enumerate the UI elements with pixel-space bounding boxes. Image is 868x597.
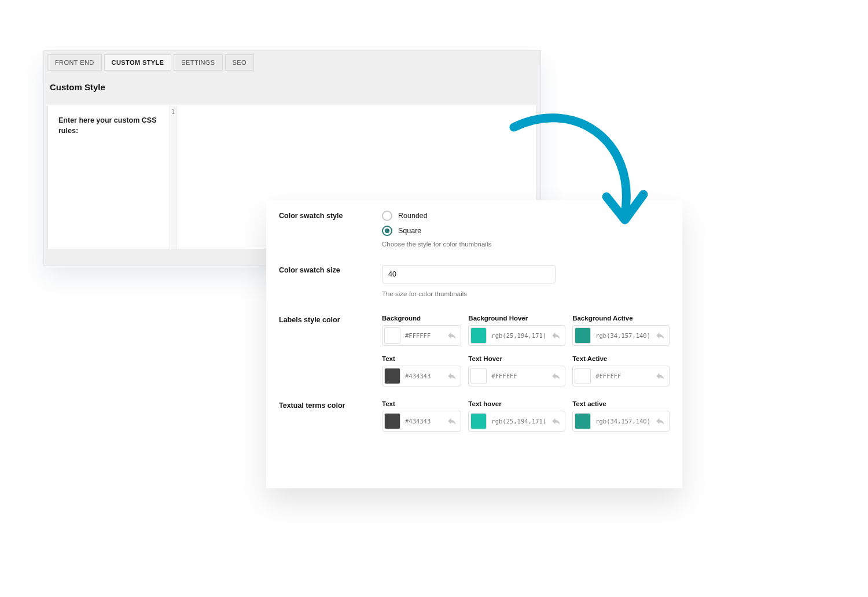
labels-cell: Text Hover#FFFFFF: [468, 355, 565, 386]
tab-front-end[interactable]: FRONT END: [47, 54, 102, 71]
color-value[interactable]: #434343: [405, 418, 442, 425]
swatch-style-help: Choose the style for color thumbnails: [382, 241, 670, 248]
color-value[interactable]: rgb(25,194,171): [491, 332, 546, 339]
tab-custom-style[interactable]: CUSTOM STYLE: [104, 54, 172, 71]
color-swatch[interactable]: [384, 368, 400, 384]
css-rules-label: Enter here your custom CSS rules:: [48, 105, 170, 249]
textual-color-values: Text#434343Text hoverrgb(25,194,171)Text…: [382, 400, 670, 432]
row-swatch-style: Color swatch style Rounded Square Choose…: [279, 211, 670, 248]
reset-icon[interactable]: [447, 330, 457, 341]
row-labels-color: Labels style color Background#FFFFFFBack…: [279, 315, 670, 386]
radio-square[interactable]: Square: [382, 226, 670, 236]
radio-rounded[interactable]: Rounded: [382, 211, 670, 221]
css-editor-gutter[interactable]: 1: [170, 105, 177, 249]
labels-color-input[interactable]: #FFFFFF: [382, 325, 461, 346]
labels-cell-label: Background Hover: [468, 315, 565, 322]
labels-cell-label: Background: [382, 315, 461, 322]
color-swatch[interactable]: [575, 413, 591, 429]
color-value[interactable]: rgb(25,194,171): [491, 418, 546, 425]
color-value[interactable]: #FFFFFF: [491, 373, 546, 379]
tab-seo[interactable]: SEO: [225, 54, 254, 71]
labels-cell-label: Background Active: [572, 315, 670, 322]
textual-color-input[interactable]: rgb(25,194,171): [468, 411, 565, 432]
color-swatch[interactable]: [575, 327, 591, 344]
labels-color-input[interactable]: rgb(34,157,140): [572, 325, 670, 346]
labels-color-input[interactable]: rgb(25,194,171): [468, 325, 565, 346]
color-swatch[interactable]: [470, 327, 487, 344]
color-value[interactable]: rgb(34,157,140): [595, 332, 650, 339]
style-settings-panel: Color swatch style Rounded Square Choose…: [266, 200, 682, 488]
row-swatch-size: Color swatch size The size for color thu…: [279, 265, 670, 297]
textual-cell-label: Text hover: [468, 400, 565, 407]
color-value[interactable]: rgb(34,157,140): [595, 418, 650, 425]
reset-icon[interactable]: [655, 330, 665, 341]
textual-cell: Text hoverrgb(25,194,171): [468, 400, 565, 432]
labels-color-grid: Background#FFFFFFBackground Hoverrgb(25,…: [382, 315, 670, 386]
textual-color-grid: Text#434343Text hoverrgb(25,194,171)Text…: [382, 400, 670, 432]
reset-icon[interactable]: [655, 416, 665, 426]
radio-label: Rounded: [398, 212, 428, 220]
labels-color-label: Labels style color: [279, 315, 382, 386]
color-swatch[interactable]: [470, 413, 487, 429]
labels-cell-label: Text Active: [572, 355, 670, 362]
color-swatch[interactable]: [575, 368, 591, 384]
color-value[interactable]: #FFFFFF: [405, 332, 442, 339]
line-number: 1: [170, 109, 175, 115]
reset-icon[interactable]: [447, 416, 457, 426]
swatch-style-values: Rounded Square Choose the style for colo…: [382, 211, 670, 248]
swatch-size-label: Color swatch size: [279, 265, 382, 297]
textual-color-input[interactable]: #434343: [382, 411, 461, 432]
row-textual-color: Textual terms color Text#434343Text hove…: [279, 400, 670, 432]
textual-cell: Text activergb(34,157,140): [572, 400, 670, 432]
radio-label: Square: [398, 227, 421, 235]
swatch-style-label: Color swatch style: [279, 211, 382, 248]
textual-cell-label: Text: [382, 400, 461, 407]
labels-color-values: Background#FFFFFFBackground Hoverrgb(25,…: [382, 315, 670, 386]
tabs-row: FRONT END CUSTOM STYLE SETTINGS SEO: [44, 51, 540, 71]
textual-color-label: Textual terms color: [279, 400, 382, 432]
color-swatch[interactable]: [384, 327, 400, 344]
labels-cell-label: Text Hover: [468, 355, 565, 362]
labels-cell: Background#FFFFFF: [382, 315, 461, 346]
swatch-size-input[interactable]: [382, 265, 556, 283]
radio-icon: [382, 211, 392, 221]
reset-icon[interactable]: [551, 416, 561, 426]
tab-settings[interactable]: SETTINGS: [174, 54, 222, 71]
color-value[interactable]: #FFFFFF: [595, 373, 650, 379]
labels-color-input[interactable]: #FFFFFF: [572, 366, 670, 386]
color-swatch[interactable]: [384, 413, 400, 429]
labels-cell: Background Activergb(34,157,140): [572, 315, 670, 346]
labels-color-input[interactable]: #434343: [382, 366, 461, 386]
panel-title: Custom Style: [44, 71, 540, 105]
labels-color-input[interactable]: #FFFFFF: [468, 366, 565, 386]
color-swatch[interactable]: [470, 368, 487, 384]
textual-cell-label: Text active: [572, 400, 670, 407]
labels-cell: Text Active#FFFFFF: [572, 355, 670, 386]
textual-color-input[interactable]: rgb(34,157,140): [572, 411, 670, 432]
radio-icon: [382, 226, 392, 236]
reset-icon[interactable]: [551, 330, 561, 341]
labels-cell: Background Hoverrgb(25,194,171): [468, 315, 565, 346]
swatch-size-values: The size for color thumbnails: [382, 265, 670, 297]
textual-cell: Text#434343: [382, 400, 461, 432]
color-value[interactable]: #434343: [405, 373, 442, 379]
reset-icon[interactable]: [551, 371, 561, 381]
labels-cell-label: Text: [382, 355, 461, 362]
reset-icon[interactable]: [447, 371, 457, 381]
swatch-size-help: The size for color thumbnails: [382, 290, 670, 297]
reset-icon[interactable]: [655, 371, 665, 381]
labels-cell: Text#434343: [382, 355, 461, 386]
